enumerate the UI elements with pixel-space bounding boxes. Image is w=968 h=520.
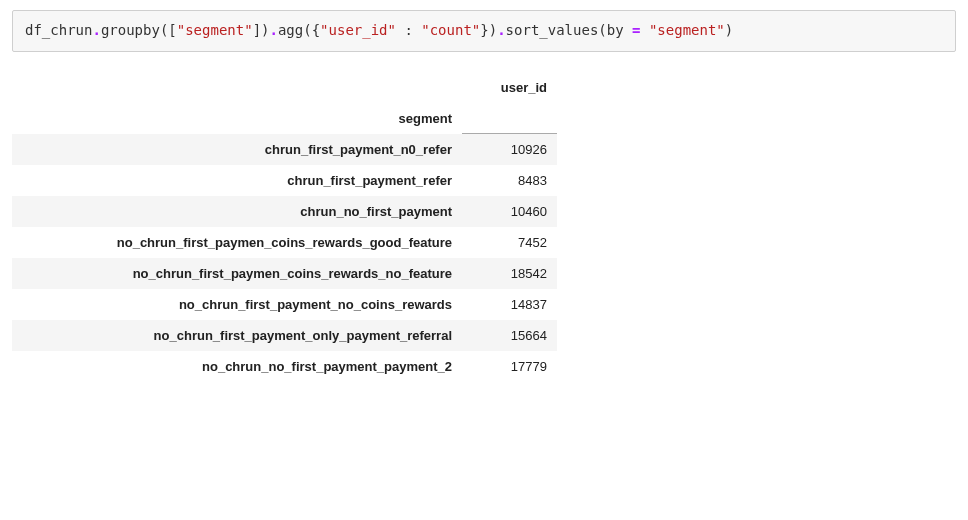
code-token: ( bbox=[598, 22, 606, 38]
code-token: { bbox=[312, 22, 320, 38]
code-token: } bbox=[480, 22, 488, 38]
table-row-value: 8483 bbox=[462, 165, 557, 196]
table-row: chrun_no_first_payment 10460 bbox=[12, 196, 557, 227]
table-row-index: no_chrun_first_paymen_coins_rewards_good… bbox=[12, 227, 462, 258]
code-token: . bbox=[92, 22, 100, 38]
table-row-value: 10926 bbox=[462, 134, 557, 166]
code-token: df_chrun bbox=[25, 22, 92, 38]
table-row-value: 10460 bbox=[462, 196, 557, 227]
table-index-name-row: segment bbox=[12, 103, 557, 134]
code-token: . bbox=[497, 22, 505, 38]
code-token: . bbox=[270, 22, 278, 38]
code-token: "segment" bbox=[177, 22, 253, 38]
table-row: no_chrun_first_paymen_coins_rewards_good… bbox=[12, 227, 557, 258]
code-token: "segment" bbox=[649, 22, 725, 38]
table-row-value: 18542 bbox=[462, 258, 557, 289]
table-row-value: 7452 bbox=[462, 227, 557, 258]
table-row: no_chrun_first_payment_no_coins_rewards … bbox=[12, 289, 557, 320]
table-header-userid: user_id bbox=[462, 72, 557, 103]
table-header-blank bbox=[12, 72, 462, 103]
dataframe-table: user_id segment chrun_first_payment_n0_r… bbox=[12, 72, 557, 383]
code-token: : bbox=[396, 22, 421, 38]
code-token: ) bbox=[725, 22, 733, 38]
table-row-index: chrun_first_payment_n0_refer bbox=[12, 134, 462, 166]
code-token: "user_id" bbox=[320, 22, 396, 38]
table-row-index: no_chrun_first_paymen_coins_rewards_no_f… bbox=[12, 258, 462, 289]
table-row-value: 14837 bbox=[462, 289, 557, 320]
table-row: chrun_first_payment_n0_refer 10926 bbox=[12, 134, 557, 166]
code-token: by bbox=[607, 22, 624, 38]
table-row-index: no_chrun_first_payment_no_coins_rewards bbox=[12, 289, 462, 320]
code-token: "count" bbox=[421, 22, 480, 38]
code-token: ) bbox=[489, 22, 497, 38]
table-row-index: no_chrun_first_payment_only_payment_refe… bbox=[12, 320, 462, 351]
table-row-index: chrun_first_payment_refer bbox=[12, 165, 462, 196]
code-cell: df_chrun.groupby(["segment"]).agg({"user… bbox=[12, 10, 956, 52]
table-row: chrun_first_payment_refer 8483 bbox=[12, 165, 557, 196]
table-header-blank bbox=[462, 103, 557, 134]
table-row-index: no_chrun_no_first_payment_payment_2 bbox=[12, 351, 462, 382]
table-row: no_chrun_no_first_payment_payment_2 1777… bbox=[12, 351, 557, 382]
table-index-name: segment bbox=[12, 103, 462, 134]
table-row: no_chrun_first_paymen_coins_rewards_no_f… bbox=[12, 258, 557, 289]
code-token bbox=[624, 22, 632, 38]
code-token: [ bbox=[168, 22, 176, 38]
code-token: ] bbox=[253, 22, 261, 38]
code-token: groupby bbox=[101, 22, 160, 38]
table-header-row: user_id bbox=[12, 72, 557, 103]
output-area: user_id segment chrun_first_payment_n0_r… bbox=[12, 72, 956, 383]
table-row-value: 15664 bbox=[462, 320, 557, 351]
table-row-value: 17779 bbox=[462, 351, 557, 382]
code-token: sort_values bbox=[506, 22, 599, 38]
code-token: agg bbox=[278, 22, 303, 38]
notebook-container: df_chrun.groupby(["segment"]).agg({"user… bbox=[0, 0, 968, 392]
code-token: ) bbox=[261, 22, 269, 38]
table-row: no_chrun_first_payment_only_payment_refe… bbox=[12, 320, 557, 351]
table-row-index: chrun_no_first_payment bbox=[12, 196, 462, 227]
code-token: ( bbox=[303, 22, 311, 38]
code-token bbox=[640, 22, 648, 38]
